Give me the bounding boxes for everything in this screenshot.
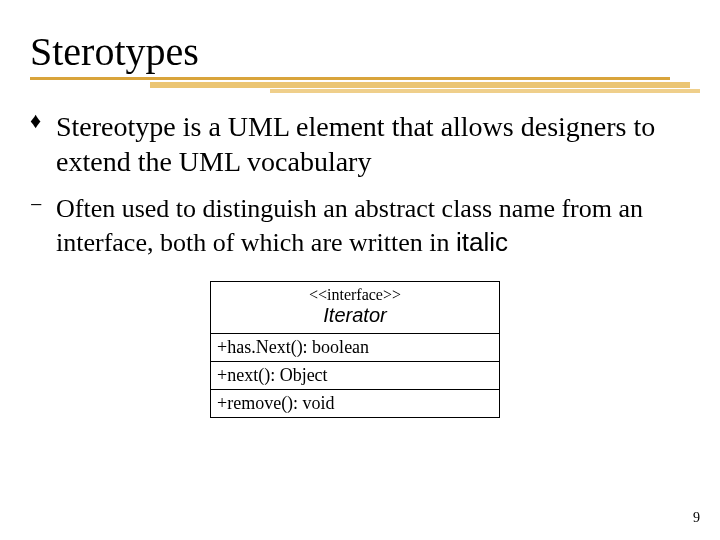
list-item: ♦ Stereotype is a UML element that allow…: [30, 109, 680, 179]
bullet-text: Stereotype is a UML element that allows …: [56, 109, 680, 179]
page-title: Sterotypes: [30, 28, 680, 75]
uml-class-name: Iterator: [217, 304, 493, 327]
uml-stereotype: <<interface>>: [217, 286, 493, 304]
dash-bullet-icon: −: [30, 193, 56, 217]
uml-operation: +has.Next(): boolean: [211, 333, 499, 361]
bullet-text-part: Often used to distinguish an abstract cl…: [56, 194, 643, 257]
diamond-bullet-icon: ♦: [30, 109, 56, 133]
uml-operation: +next(): Object: [211, 361, 499, 389]
page-number: 9: [693, 510, 700, 526]
slide: Sterotypes ♦ Stereotype is a UML element…: [0, 0, 720, 540]
uml-header: <<interface>> Iterator: [211, 282, 499, 333]
title-underline: [30, 77, 680, 95]
uml-operation: +remove(): void: [211, 389, 499, 417]
bullet-text: Often used to distinguish an abstract cl…: [56, 193, 680, 259]
bullet-list: ♦ Stereotype is a UML element that allow…: [30, 109, 680, 259]
list-item: − Often used to distinguish an abstract …: [30, 193, 680, 259]
uml-class-box: <<interface>> Iterator +has.Next(): bool…: [210, 281, 500, 418]
bullet-text-italic: italic: [456, 227, 508, 257]
